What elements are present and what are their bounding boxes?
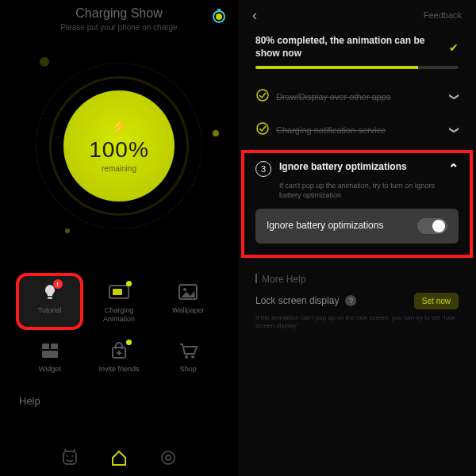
step-3-desc: If can't pop up the animation, try to tu… — [279, 182, 459, 200]
stopwatch-icon[interactable] — [211, 8, 227, 27]
check-circle-icon — [255, 121, 270, 139]
svg-point-13 — [191, 355, 194, 359]
grid-item-tutorial[interactable]: ! Tutorial — [19, 276, 80, 327]
cart-icon — [178, 343, 198, 359]
svg-rect-8 — [42, 344, 49, 349]
right-panel: ‹ Feedback 80% completed, the animation … — [238, 0, 476, 476]
svg-point-1 — [216, 13, 222, 20]
grid-label: Widget — [19, 365, 80, 374]
invite-icon — [110, 342, 128, 359]
check-circle-icon — [255, 88, 270, 106]
svg-point-12 — [185, 355, 188, 359]
grid-item-wallpaper[interactable]: Wallpaper — [158, 276, 219, 327]
help-heading: Help — [0, 395, 238, 407]
chevron-down-icon: ❯ — [449, 126, 460, 134]
animation-icon — [109, 285, 129, 299]
progress-bar — [255, 66, 459, 69]
action-grid: ! Tutorial Charging Animation — [0, 276, 238, 376]
svg-point-17 — [162, 451, 175, 464]
feedback-link[interactable]: Feedback — [424, 10, 462, 20]
svg-rect-5 — [113, 289, 122, 295]
notification-dot-icon — [126, 281, 132, 286]
grid-label: Tutorial — [19, 306, 80, 315]
progress-fill — [255, 66, 418, 69]
svg-point-18 — [166, 455, 171, 460]
svg-point-15 — [67, 455, 68, 457]
step-3-box: 3 Ignore battery optimizations ⌃ If can'… — [244, 153, 470, 254]
completion-text: 80% completed, the animation can be show… — [255, 35, 443, 60]
lightning-icon: ⚡ — [110, 120, 128, 134]
notification-dot-icon — [126, 340, 132, 345]
battery-orbit: ⚡ 100% remaining — [24, 51, 214, 241]
grid-item-invite-friends[interactable]: Invite friends — [88, 335, 149, 377]
chevron-up-icon: ⌃ — [448, 161, 459, 176]
set-now-button[interactable]: Set now — [414, 293, 459, 309]
widget-icon — [41, 343, 59, 359]
nav-settings-icon[interactable] — [159, 449, 177, 470]
grid-item-shop[interactable]: Shop — [158, 335, 219, 377]
step-number: 3 — [255, 161, 271, 177]
svg-rect-3 — [48, 297, 52, 299]
left-panel: Charging Show Please put your phone on c… — [0, 0, 238, 476]
completion-status: 80% completed, the animation can be show… — [238, 22, 476, 66]
svg-rect-9 — [51, 344, 58, 349]
page-subtitle: Please put your phone on charge — [0, 23, 238, 32]
step-3-header[interactable]: 3 Ignore battery optimizations ⌃ — [255, 161, 459, 177]
lock-screen-row: Lock screen display ? Set now — [238, 293, 476, 309]
step-row-1[interactable]: Draw/Display over other apps ❯ — [238, 80, 476, 113]
battery-opt-toggle-card: Ignore battery optimizations — [255, 209, 459, 244]
step-3-title: Ignore battery optimizations — [279, 161, 440, 174]
grid-item-charging-animation[interactable]: Charging Animation — [88, 276, 149, 327]
svg-point-19 — [257, 90, 268, 101]
step-row-2[interactable]: Charging notification service ❯ — [238, 113, 476, 147]
grid-label: Charging Animation — [88, 306, 149, 324]
chevron-down-icon: ❯ — [449, 93, 460, 101]
image-icon — [178, 284, 198, 300]
grid-item-widget[interactable]: Widget — [19, 335, 80, 377]
nav-avatar-icon[interactable] — [61, 449, 79, 470]
back-button[interactable]: ‹ — [252, 8, 257, 22]
alert-badge-icon: ! — [53, 279, 63, 289]
page-title: Charging Show — [0, 6, 238, 21]
step-label: Charging notification service — [276, 125, 444, 135]
toggle-knob — [432, 220, 445, 232]
svg-rect-10 — [42, 351, 58, 358]
toggle-label: Ignore battery optimizations — [267, 220, 409, 231]
battery-percent: 100% — [89, 137, 149, 163]
battery-opt-toggle[interactable] — [417, 218, 447, 234]
svg-point-20 — [257, 123, 268, 134]
step-label: Draw/Display over other apps — [276, 92, 444, 102]
nav-home-icon[interactable] — [110, 449, 128, 470]
right-header: ‹ Feedback — [238, 0, 476, 22]
help-icon[interactable]: ? — [345, 295, 356, 306]
check-icon: ✔ — [449, 41, 459, 54]
battery-remaining-label: remaining — [102, 164, 136, 173]
more-help-heading: More Help — [238, 255, 476, 293]
svg-rect-2 — [217, 9, 221, 11]
grid-label: Shop — [158, 365, 219, 374]
svg-point-16 — [71, 455, 73, 457]
lock-screen-desc: If the animation can't pop up on the loc… — [238, 309, 476, 331]
svg-rect-14 — [63, 451, 76, 464]
lock-screen-label: Lock screen display — [255, 295, 339, 306]
svg-point-7 — [183, 288, 186, 291]
header: Charging Show Please put your phone on c… — [0, 0, 238, 32]
grid-label: Wallpaper — [158, 306, 219, 315]
bottom-nav — [0, 449, 238, 470]
grid-label: Invite friends — [88, 365, 149, 374]
battery-disk: ⚡ 100% remaining — [63, 90, 175, 202]
